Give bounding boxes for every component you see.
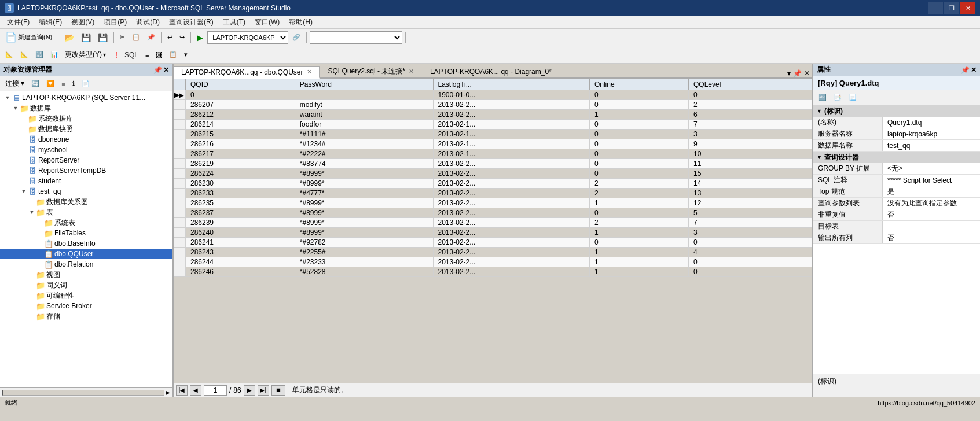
table-cell[interactable]: 11 — [688, 159, 812, 169]
table-cell[interactable]: 0 — [589, 90, 688, 100]
tree-expand-icon[interactable] — [36, 250, 44, 258]
table-row[interactable]: 286246*#528282013-02-2...10 — [174, 267, 812, 277]
tree-expand-icon[interactable]: ▼ — [28, 208, 36, 216]
nav-first-button[interactable]: |◀ — [176, 385, 188, 396]
table-cell[interactable]: modifyt — [295, 100, 433, 110]
nav-next-button[interactable]: ▶ — [244, 385, 255, 396]
table-row[interactable]: 286233*#4777*2013-02-2...213 — [174, 189, 812, 198]
tree-expand-icon[interactable]: ▼ — [20, 187, 28, 195]
table-cell[interactable]: *#2255# — [295, 248, 433, 257]
tab-qquser[interactable]: LAPTOP-KRQOA6K...qq - dbo.QQUser ✕ — [174, 66, 320, 79]
sidebar-scroll-right[interactable]: ▶ — [166, 389, 170, 396]
table-row[interactable]: 286230*#8999*2013-02-2...214 — [174, 179, 812, 189]
table-cell[interactable]: 0 — [589, 238, 688, 248]
db-select[interactable] — [310, 31, 402, 44]
tree-expand-icon[interactable] — [28, 302, 36, 310]
sidebar-pin-icon[interactable]: 📌 — [153, 66, 162, 74]
toolbar-btn-run[interactable]: ▶ — [194, 31, 206, 45]
tree-expand-icon[interactable] — [36, 219, 44, 227]
table-cell[interactable]: 0 — [688, 267, 812, 277]
table-cell[interactable]: 286244 — [186, 257, 295, 267]
table-cell[interactable]: 2 — [688, 100, 812, 110]
table-row[interactable]: 286235*#8999*2013-02-2...112 — [174, 198, 812, 208]
table-row[interactable]: 286215*#1111#2013-02-1...03 — [174, 130, 812, 139]
table-cell[interactable]: 12 — [688, 198, 812, 208]
props-value[interactable]: Query1.dtq — [883, 118, 980, 127]
props-value[interactable]: 没有为此查询指定参数 — [883, 198, 980, 209]
table-cell[interactable]: *#8999* — [295, 228, 433, 238]
table-cell[interactable]: 2013-02-2... — [433, 267, 589, 277]
maximize-button[interactable]: ❐ — [944, 2, 959, 14]
toolbar-btn-redo[interactable]: ↪ — [177, 31, 188, 45]
toolbar2-btn-6[interactable]: 🖼 — [153, 48, 165, 62]
props-section[interactable]: ▼ (标识) — [813, 105, 980, 117]
toolbar2-btn-5[interactable]: ≡ — [142, 48, 152, 62]
tree-item[interactable]: ▼📁数据库 — [0, 103, 172, 113]
table-cell[interactable]: *#1111# — [295, 130, 433, 139]
table-row[interactable]: 286212waraint2013-02-2...16 — [174, 110, 812, 120]
menu-file[interactable]: 文件(F) — [2, 16, 34, 28]
toolbar-btn-4[interactable]: ✂ — [117, 31, 128, 45]
table-row[interactable]: 286216*#1234#2013-02-1...09 — [174, 139, 812, 149]
table-cell[interactable]: 2013-02-2... — [433, 189, 589, 198]
table-cell[interactable]: *#8999* — [295, 218, 433, 228]
table-cell[interactable]: *#8999* — [295, 179, 433, 189]
toolbar2-btn-3[interactable]: 🔢 — [32, 48, 46, 62]
table-cell[interactable]: 2013-02-2... — [433, 169, 589, 179]
table-cell[interactable]: 2 — [589, 179, 688, 189]
menu-project[interactable]: 项目(P) — [99, 16, 131, 28]
table-cell[interactable]: 286214 — [186, 120, 295, 130]
table-row[interactable]: 286240*#8999*2013-02-2...13 — [174, 228, 812, 238]
tree-item[interactable]: 📁数据库关系图 — [0, 197, 172, 207]
tab-sqlquery-close[interactable]: ✕ — [409, 68, 414, 75]
menu-window[interactable]: 窗口(W) — [250, 16, 284, 28]
toolbar2-btn-4[interactable]: 📊 — [47, 48, 61, 62]
table-cell[interactable]: 3 — [688, 228, 812, 238]
table-cell[interactable]: 7 — [688, 120, 812, 130]
table-cell[interactable]: 286235 — [186, 198, 295, 208]
table-cell[interactable]: 286240 — [186, 228, 295, 238]
tree-expand-icon[interactable] — [28, 271, 36, 279]
table-cell[interactable]: 1 — [589, 228, 688, 238]
props-category-button[interactable]: 📑 — [831, 91, 845, 105]
toolbar2-btn-7[interactable]: 📋 — [166, 48, 180, 62]
table-cell[interactable]: *#4777* — [295, 189, 433, 198]
table-cell[interactable] — [295, 90, 433, 100]
table-cell[interactable]: 14 — [688, 179, 812, 189]
table-cell[interactable]: 1 — [589, 198, 688, 208]
sidebar-filter-button[interactable]: 🔽 — [43, 77, 57, 91]
close-button[interactable]: ✕ — [960, 2, 975, 14]
toolbar-btn-undo[interactable]: ↩ — [164, 31, 175, 45]
table-cell[interactable]: 286230 — [186, 179, 295, 189]
tab-sqlquery[interactable]: SQLQuery2.sql - 未连接* ✕ — [321, 65, 421, 77]
table-cell[interactable]: 1900-01-0... — [433, 90, 589, 100]
menu-tools[interactable]: 工具(T) — [218, 16, 250, 28]
tree-expand-icon[interactable] — [20, 135, 28, 143]
table-cell[interactable]: *#8999* — [295, 169, 433, 179]
props-sort-button[interactable]: 🔤 — [816, 91, 829, 105]
nav-prev-button[interactable]: ◀ — [190, 385, 201, 396]
props-value[interactable]: 否 — [883, 232, 980, 243]
sidebar-connect-button[interactable]: 连接 ▾ — [2, 77, 27, 91]
tree-item[interactable]: ▼🖥LAPTOP-KRQOA6KP (SQL Server 11... — [0, 93, 172, 103]
tree-expand-icon[interactable] — [20, 146, 28, 154]
table-cell[interactable]: 13 — [688, 189, 812, 198]
minimize-button[interactable]: — — [928, 2, 943, 14]
tree-expand-icon[interactable] — [28, 198, 36, 206]
table-cell[interactable]: 286243 — [186, 248, 295, 257]
table-cell[interactable]: waraint — [295, 110, 433, 120]
table-row[interactable]: ▶01900-01-0...00 — [174, 90, 812, 100]
tree-item[interactable]: 📁FileTables — [0, 228, 172, 238]
tree-item[interactable]: 📁系统数据库 — [0, 113, 172, 124]
toolbar-btn-conn[interactable]: 🔗 — [289, 31, 303, 45]
table-cell[interactable]: 0 — [589, 208, 688, 218]
col-password[interactable]: PassWord — [295, 79, 433, 90]
table-cell[interactable]: 2013-02-2... — [433, 218, 589, 228]
props-value[interactable]: ***** Script for Select — [883, 176, 980, 185]
table-cell[interactable]: 1 — [589, 257, 688, 267]
table-cell[interactable]: 2013-02-2... — [433, 159, 589, 169]
tree-item[interactable]: 📁存储 — [0, 311, 172, 322]
tree-item[interactable]: 📋dbo.Relation — [0, 259, 172, 269]
tree-expand-icon[interactable] — [36, 229, 44, 237]
table-cell[interactable]: 286246 — [186, 267, 295, 277]
